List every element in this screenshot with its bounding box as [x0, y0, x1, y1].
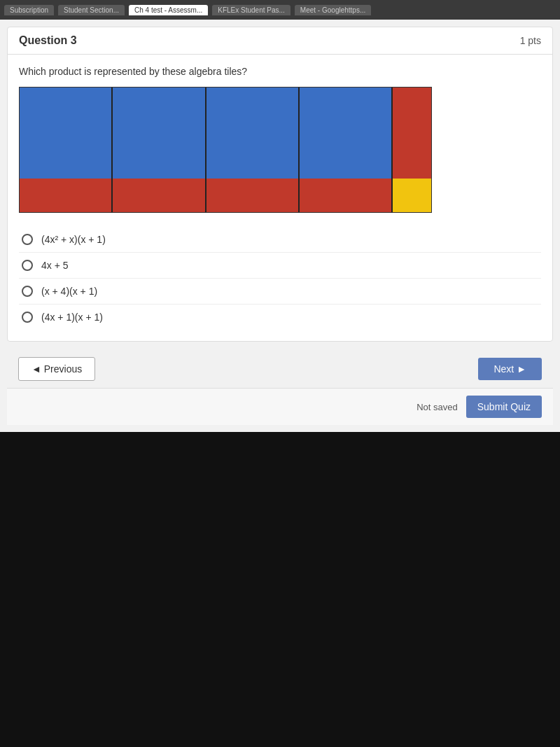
- question-card: Question 3 1 pts Which product is repres…: [7, 27, 553, 342]
- submit-quiz-button[interactable]: Submit Quiz: [466, 396, 542, 418]
- tile-blue-3: [206, 88, 300, 179]
- dark-bottom-area: [0, 432, 560, 663]
- not-saved-status: Not saved: [416, 402, 458, 412]
- radio-a[interactable]: [22, 234, 33, 245]
- answer-choice-a[interactable]: (4x² + x)(x + 1): [19, 227, 541, 253]
- tab-kflex[interactable]: KFLEx Student Pas...: [212, 5, 290, 15]
- answer-text-d: (4x + 1)(x + 1): [41, 312, 103, 323]
- tile-red-bottom-2: [113, 179, 206, 213]
- tiles-bottom-row: [20, 179, 431, 213]
- answer-text-c: (x + 4)(x + 1): [41, 286, 97, 297]
- tab-ch4-test[interactable]: Ch 4 test - Assessm...: [129, 5, 208, 15]
- tile-yellow: [393, 179, 431, 213]
- tiles-top-row: [20, 88, 431, 179]
- question-prompt: Which product is represented by these al…: [19, 66, 541, 77]
- radio-c[interactable]: [22, 286, 33, 297]
- browser-tab-bar: Subscription Student Section... Ch 4 tes…: [0, 0, 560, 20]
- algebra-tiles-diagram: [19, 87, 432, 213]
- tile-red-tall: [393, 88, 431, 179]
- tab-student-section[interactable]: Student Section...: [58, 5, 125, 15]
- question-header: Question 3 1 pts: [8, 27, 552, 55]
- next-button[interactable]: Next ►: [478, 358, 542, 380]
- answer-text-b: 4x + 5: [41, 260, 69, 271]
- answer-choice-c[interactable]: (x + 4)(x + 1): [19, 279, 541, 305]
- question-body: Which product is represented by these al…: [8, 55, 552, 341]
- previous-button[interactable]: ◄ Previous: [18, 357, 95, 381]
- answer-choices: (4x² + x)(x + 1) 4x + 5 (x + 4)(x + 1) (…: [19, 227, 541, 330]
- question-title: Question 3: [19, 34, 77, 47]
- tile-red-bottom-1: [20, 179, 113, 213]
- radio-d[interactable]: [22, 312, 33, 323]
- question-points: 1 pts: [520, 35, 541, 46]
- tile-blue-4: [300, 88, 393, 179]
- navigation-bar: ◄ Previous Next ►: [7, 350, 553, 388]
- tile-red-bottom-4: [300, 179, 393, 213]
- tile-red-bottom-3: [206, 179, 300, 213]
- tile-blue-1: [20, 88, 113, 179]
- tab-meet[interactable]: Meet - Googlehttps...: [295, 5, 371, 15]
- answer-choice-d[interactable]: (4x + 1)(x + 1): [19, 305, 541, 330]
- radio-b[interactable]: [22, 260, 33, 271]
- tab-subscription[interactable]: Subscription: [4, 5, 54, 15]
- tile-blue-2: [113, 88, 206, 179]
- answer-choice-b[interactable]: 4x + 5: [19, 253, 541, 279]
- footer-bar: Not saved Submit Quiz: [7, 388, 553, 425]
- answer-text-a: (4x² + x)(x + 1): [41, 234, 106, 245]
- page-container: Question 3 1 pts Which product is repres…: [0, 20, 560, 432]
